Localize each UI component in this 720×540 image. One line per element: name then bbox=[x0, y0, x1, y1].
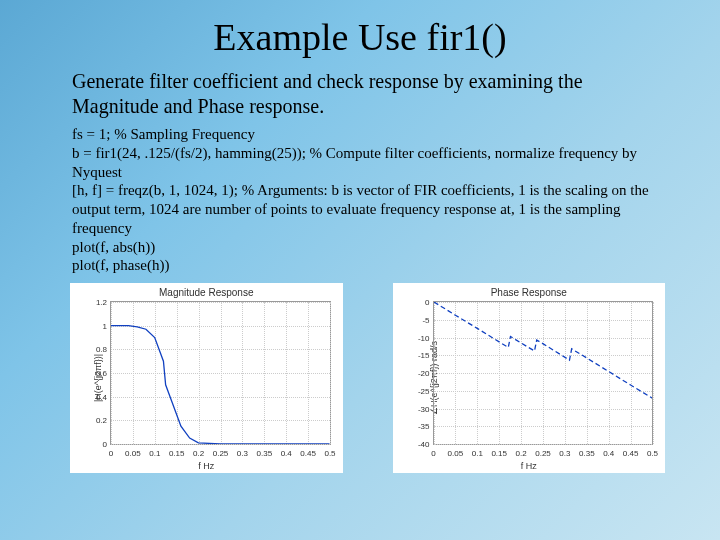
plot-area: 00.050.10.150.20.250.30.350.40.450.500.2… bbox=[110, 301, 331, 445]
phase-chart: Phase Response ∠H(e^{j2πf}) rad/s f Hz 0… bbox=[393, 283, 666, 473]
code-line: fs = 1; % Sampling Frequency bbox=[72, 125, 650, 144]
x-axis-label: f Hz bbox=[70, 461, 343, 471]
code-line: b = fir1(24, .125/(fs/2), hamming(25)); … bbox=[72, 144, 650, 182]
x-tick: 0.5 bbox=[647, 449, 658, 458]
y-tick: 0.8 bbox=[89, 345, 107, 354]
x-tick: 0.35 bbox=[257, 449, 273, 458]
x-tick: 0.15 bbox=[169, 449, 185, 458]
code-line: [h, f] = freqz(b, 1, 1024, 1); % Argumen… bbox=[72, 181, 650, 237]
x-tick: 0.05 bbox=[448, 449, 464, 458]
plot-area: 00.050.10.150.20.250.30.350.40.450.5-40-… bbox=[433, 301, 654, 445]
y-tick: -20 bbox=[412, 369, 430, 378]
x-tick: 0.15 bbox=[491, 449, 507, 458]
y-tick: 0 bbox=[89, 440, 107, 449]
code-line: plot(f, abs(h)) bbox=[72, 238, 650, 257]
x-tick: 0.1 bbox=[149, 449, 160, 458]
description-text: Generate filter coefficient and check re… bbox=[72, 69, 650, 119]
x-tick: 0.35 bbox=[579, 449, 595, 458]
code-line: plot(f, phase(h)) bbox=[72, 256, 650, 275]
x-tick: 0.45 bbox=[300, 449, 316, 458]
y-tick: -40 bbox=[412, 440, 430, 449]
y-tick: -10 bbox=[412, 333, 430, 342]
x-tick: 0.25 bbox=[213, 449, 229, 458]
y-tick: 0.4 bbox=[89, 392, 107, 401]
x-tick: 0.3 bbox=[237, 449, 248, 458]
x-tick: 0.3 bbox=[559, 449, 570, 458]
x-tick: 0.4 bbox=[603, 449, 614, 458]
y-tick: 0 bbox=[412, 298, 430, 307]
x-tick: 0.45 bbox=[623, 449, 639, 458]
code-block: fs = 1; % Sampling Frequency b = fir1(24… bbox=[72, 125, 650, 275]
chart-title: Magnitude Response bbox=[70, 287, 343, 298]
x-tick: 0 bbox=[431, 449, 435, 458]
x-tick: 0 bbox=[109, 449, 113, 458]
x-axis-label: f Hz bbox=[393, 461, 666, 471]
x-tick: 0.2 bbox=[193, 449, 204, 458]
x-tick: 0.05 bbox=[125, 449, 141, 458]
charts-row: Magnitude Response |H(e^{j2πf})| f Hz 00… bbox=[0, 275, 720, 473]
x-tick: 0.5 bbox=[324, 449, 335, 458]
x-tick: 0.1 bbox=[472, 449, 483, 458]
content-block: Generate filter coefficient and check re… bbox=[0, 69, 720, 275]
y-tick: -25 bbox=[412, 386, 430, 395]
x-tick: 0.2 bbox=[516, 449, 527, 458]
y-tick: -15 bbox=[412, 351, 430, 360]
y-tick: 0.2 bbox=[89, 416, 107, 425]
y-tick: 0.6 bbox=[89, 369, 107, 378]
y-tick: 1 bbox=[89, 321, 107, 330]
chart-title: Phase Response bbox=[393, 287, 666, 298]
y-tick: -5 bbox=[412, 315, 430, 324]
magnitude-chart: Magnitude Response |H(e^{j2πf})| f Hz 00… bbox=[70, 283, 343, 473]
x-tick: 0.25 bbox=[535, 449, 551, 458]
page-title: Example Use fir1() bbox=[0, 0, 720, 69]
x-tick: 0.4 bbox=[281, 449, 292, 458]
y-tick: 1.2 bbox=[89, 298, 107, 307]
y-tick: -30 bbox=[412, 404, 430, 413]
y-tick: -35 bbox=[412, 422, 430, 431]
